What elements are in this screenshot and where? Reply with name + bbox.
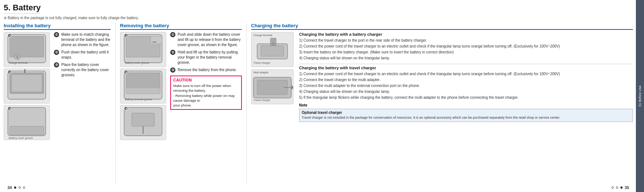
svg-text:②: ② xyxy=(125,71,128,74)
remove-title: Removing the battery xyxy=(120,23,242,30)
charge-section2-title: Charging the battery with travel charger xyxy=(299,66,633,70)
install-step-2: ② Push down the battery until it snaps. xyxy=(54,50,111,60)
page-number-34: 34 xyxy=(7,185,12,190)
note-label: Note xyxy=(299,103,633,107)
col-divider-1 xyxy=(115,23,116,185)
battery-note: ※ Battery in the package is not fully ch… xyxy=(4,16,633,20)
install-section: Installing the battery Charge terminal xyxy=(4,23,111,185)
charge-s2-step-4: 4) Charging status will be shown on the … xyxy=(299,89,633,94)
svg-rect-25 xyxy=(126,88,160,94)
charge-images: Charge terminal Travel charger Multi ada… xyxy=(251,32,295,122)
svg-text:Battery removal groove: Battery removal groove xyxy=(125,98,152,101)
charge-s1-step-4: 4) Charging status will be shown on the … xyxy=(299,55,633,61)
col-divider-2 xyxy=(246,23,247,185)
dot-empty-1 xyxy=(18,186,21,189)
install-images: Charge terminal ① xyxy=(4,32,52,140)
svg-text:③: ③ xyxy=(9,108,11,111)
charge-s2-step-1: 1) Connect the power cord of the travel … xyxy=(299,71,633,77)
charge-s1-step-2: 2) Connect the power cord of the travel … xyxy=(299,43,633,49)
charge-s2-step-3: 3) Connect the multi adapter to the exte… xyxy=(299,83,633,88)
install-steps: ① Make sure to match charging terminal o… xyxy=(54,32,111,140)
charge-section2-list: 1) Connect the power cord of the travel … xyxy=(299,71,633,100)
install-step-1: ① Make sure to match charging terminal o… xyxy=(54,32,111,48)
svg-text:①: ① xyxy=(125,35,128,38)
svg-text:①: ① xyxy=(9,35,11,38)
note-box-title: Optional travel charger xyxy=(302,111,630,115)
remove-img-1: Battery cover groove ① xyxy=(120,32,166,67)
svg-text:Travel charger: Travel charger xyxy=(253,99,271,102)
page-footer: 34 35 xyxy=(4,185,633,191)
svg-text:②: ② xyxy=(9,71,11,74)
svg-text:Multi adapter: Multi adapter xyxy=(253,71,269,74)
caution-title: CAUTION xyxy=(173,78,239,82)
install-title: Installing the battery xyxy=(4,23,111,30)
svg-rect-9 xyxy=(12,75,42,92)
svg-point-36 xyxy=(271,42,275,45)
page-title: 5. Battery xyxy=(4,3,41,14)
install-img-1: Charge terminal ① xyxy=(4,32,50,67)
dot-filled-1 xyxy=(14,186,16,189)
svg-point-3 xyxy=(16,56,18,58)
dot-filled-2 xyxy=(620,186,623,189)
svg-rect-19 xyxy=(151,36,162,44)
install-img-3: Battery cover groove ③ xyxy=(4,105,50,140)
charge-s2-step-2: 2) Connect the travel charger to the mul… xyxy=(299,77,633,83)
svg-rect-34 xyxy=(261,46,284,56)
charge-section1-list: 1) Connect the travel charger to the por… xyxy=(299,38,633,61)
charge-text: Charging the battery with a battery char… xyxy=(299,32,633,122)
charge-title: Charging the battery xyxy=(251,23,633,30)
remove-step-num-3: ③ xyxy=(170,67,175,73)
charge-s1-step-3: 3) Insert the battery on the battery cha… xyxy=(299,49,633,55)
svg-text:Charge terminal: Charge terminal xyxy=(253,34,273,37)
step-num-1: ① xyxy=(54,32,59,37)
remove-section: Removing the battery Battery cover groov… xyxy=(120,23,242,185)
svg-rect-13 xyxy=(10,126,44,135)
page-num-left: 34 xyxy=(7,185,25,190)
remove-step-1: ① Push and slide down the battery cover … xyxy=(170,32,242,48)
charge-section: Charging the battery Charge terminal Tra… xyxy=(251,23,633,185)
remove-images: Battery cover groove ① Batt xyxy=(120,32,168,140)
charge-s2-step-5: 5) If the triangular lamp flickers while… xyxy=(299,95,633,100)
remove-img-3: ③ xyxy=(120,105,166,140)
svg-text:Battery cover groove: Battery cover groove xyxy=(125,62,149,64)
side-tab: 01 Before Use xyxy=(636,0,644,192)
svg-text:Charge terminal: Charge terminal xyxy=(8,62,27,64)
dot-empty-3 xyxy=(612,186,614,189)
remove-img-2: Battery removal groove ② xyxy=(120,69,166,104)
note-box: Optional travel charger Travel charger i… xyxy=(299,109,633,122)
dot-empty-2 xyxy=(23,186,25,189)
note-box-content: Travel charger is not included in the pa… xyxy=(302,115,630,120)
svg-text:Battery cover groove: Battery cover groove xyxy=(8,137,33,140)
install-img-2: ② xyxy=(4,69,50,104)
remove-steps: ① Push and slide down the battery cover … xyxy=(170,32,242,140)
remove-step-num-2: ② xyxy=(170,50,175,55)
svg-rect-40 xyxy=(257,80,287,95)
caution-box: CAUTION Make sure to turn off the power … xyxy=(170,76,242,110)
step-num-2: ② xyxy=(54,50,59,55)
side-tab-label: 01 Before Use xyxy=(638,85,642,107)
install-step-3: ③ Place the battery cover correctly on t… xyxy=(54,62,111,78)
page-number-35: 35 xyxy=(625,185,629,190)
remove-step-3: ③ Remove the battery from the phone. xyxy=(170,67,242,73)
svg-text:③: ③ xyxy=(125,108,128,111)
svg-rect-1 xyxy=(10,36,44,57)
charge-img-2: Multi adapter Travel charger xyxy=(251,69,294,104)
charge-section1-title: Charging the battery with a battery char… xyxy=(299,32,633,36)
svg-text:Travel charger: Travel charger xyxy=(253,62,271,65)
remove-step-num-1: ① xyxy=(170,32,175,37)
page-num-right: 35 xyxy=(612,185,629,190)
dot-empty-4 xyxy=(616,186,618,189)
page-container: 5. Battery ※ Battery in the package is n… xyxy=(0,0,644,192)
charge-img-1: Charge terminal Travel charger xyxy=(251,32,294,67)
svg-rect-30 xyxy=(132,113,155,126)
caution-text: Make sure to turn off the power when rem… xyxy=(173,83,239,108)
charge-s1-step-1: 1) Connect the travel charger to the por… xyxy=(299,38,633,43)
remove-step-2: ② Hold and lift up the battery by puttin… xyxy=(170,50,242,65)
step-num-3: ③ xyxy=(54,62,59,67)
